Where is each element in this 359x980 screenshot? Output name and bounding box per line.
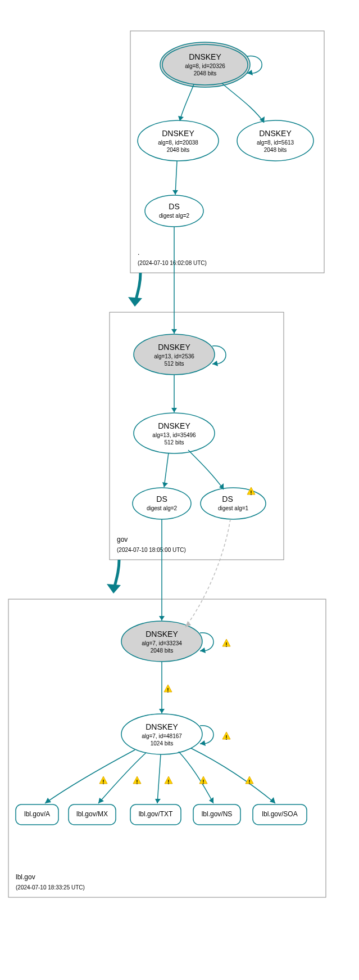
svg-text:512 bits: 512 bits xyxy=(164,361,184,367)
svg-text:alg=7, id=48167: alg=7, id=48167 xyxy=(142,733,182,739)
svg-text:alg=7, id=33234: alg=7, id=33234 xyxy=(142,640,182,646)
svg-text:2048 bits: 2048 bits xyxy=(194,70,217,77)
zone-gov-name: gov xyxy=(117,536,128,543)
svg-text:1024 bits: 1024 bits xyxy=(151,740,174,747)
node-root-zsk1: DNSKEY alg=8, id=20038 2048 bits xyxy=(138,120,219,161)
svg-marker-60 xyxy=(107,584,121,594)
svg-text:DNSKEY: DNSKEY xyxy=(158,343,190,352)
node-root-ksk: DNSKEY alg=8, id=20326 2048 bits xyxy=(160,42,250,87)
svg-marker-63 xyxy=(200,740,206,746)
svg-marker-61 xyxy=(200,648,206,653)
svg-text:lbl.gov/SOA: lbl.gov/SOA xyxy=(262,810,297,818)
warning-icon: ! xyxy=(222,639,230,648)
dnssec-graph: . (2024-07-10 16:02:08 UTC) gov (2024-07… xyxy=(0,0,359,980)
node-gov-ds1: DS digest alg=2 xyxy=(133,488,191,519)
node-lbl-ksk: DNSKEY alg=7, id=33234 2048 bits xyxy=(121,621,202,662)
node-gov-zsk: DNSKEY alg=13, id=35496 512 bits xyxy=(134,413,215,453)
node-root-zsk2: DNSKEY alg=8, id=5613 2048 bits xyxy=(237,120,313,161)
svg-text:digest alg=2: digest alg=2 xyxy=(159,213,190,219)
svg-text:DS: DS xyxy=(156,495,167,504)
node-rr-a: lbl.gov/A xyxy=(16,804,58,825)
warning-icon: ! xyxy=(99,776,107,785)
svg-text:DS: DS xyxy=(169,202,179,211)
svg-marker-53 xyxy=(128,297,142,307)
svg-marker-58 xyxy=(159,616,165,621)
node-gov-ds2: DS digest alg=1 xyxy=(201,488,266,519)
svg-text:alg=13, id=35496: alg=13, id=35496 xyxy=(152,432,196,438)
svg-text:lbl.gov/A: lbl.gov/A xyxy=(24,810,50,818)
svg-text:2048 bits: 2048 bits xyxy=(151,648,174,654)
svg-marker-52 xyxy=(171,329,177,334)
svg-text:alg=8, id=5613: alg=8, id=5613 xyxy=(257,140,294,146)
warning-icon: ! xyxy=(164,685,172,694)
svg-text:DNSKEY: DNSKEY xyxy=(158,421,190,430)
node-rr-txt: lbl.gov/TXT xyxy=(130,804,181,825)
node-gov-ksk: DNSKEY alg=13, id=2536 512 bits xyxy=(134,334,215,375)
warning-icon: ! xyxy=(246,776,253,785)
svg-text:alg=13, id=2536: alg=13, id=2536 xyxy=(154,353,194,359)
zone-root-time: (2024-07-10 16:02:08 UTC) xyxy=(138,260,207,266)
svg-marker-68 xyxy=(270,797,275,803)
warning-icon: ! xyxy=(165,776,172,785)
svg-text:digest alg=1: digest alg=1 xyxy=(218,505,249,511)
node-root-ds: DS digest alg=2 xyxy=(145,195,203,227)
svg-text:!: ! xyxy=(250,490,252,496)
svg-point-24 xyxy=(133,488,191,519)
svg-marker-66 xyxy=(155,799,161,803)
svg-text:!: ! xyxy=(225,735,227,741)
node-lbl-zsk: DNSKEY alg=7, id=48167 1024 bits xyxy=(121,714,202,754)
svg-marker-67 xyxy=(209,797,213,803)
svg-text:DNSKEY: DNSKEY xyxy=(259,129,292,138)
svg-text:!: ! xyxy=(167,779,169,785)
svg-text:2048 bits: 2048 bits xyxy=(167,147,190,153)
svg-text:!: ! xyxy=(102,779,104,785)
svg-marker-64 xyxy=(45,798,51,803)
svg-text:DNSKEY: DNSKEY xyxy=(146,722,178,731)
svg-marker-51 xyxy=(172,190,178,195)
svg-marker-54 xyxy=(212,361,218,366)
svg-text:DNSKEY: DNSKEY xyxy=(146,630,178,639)
svg-marker-56 xyxy=(162,482,168,487)
svg-text:2048 bits: 2048 bits xyxy=(264,147,287,153)
warning-icon: ! xyxy=(222,732,230,741)
svg-text:alg=8, id=20326: alg=8, id=20326 xyxy=(185,63,225,69)
zone-lbl-time: (2024-07-10 18:33:25 UTC) xyxy=(16,884,85,891)
svg-text:512 bits: 512 bits xyxy=(164,439,184,446)
svg-text:!: ! xyxy=(248,779,250,785)
svg-text:!: ! xyxy=(202,779,204,785)
svg-marker-55 xyxy=(171,408,177,412)
node-rr-mx: lbl.gov/MX xyxy=(69,804,116,825)
svg-text:lbl.gov/TXT: lbl.gov/TXT xyxy=(139,810,173,818)
svg-text:!: ! xyxy=(136,779,138,785)
svg-point-27 xyxy=(201,488,266,519)
svg-text:digest alg=2: digest alg=2 xyxy=(147,505,178,511)
zone-lbl-name: lbl.gov xyxy=(16,873,35,881)
zone-gov-time: (2024-07-10 18:05:00 UTC) xyxy=(117,547,186,553)
svg-text:DS: DS xyxy=(222,495,233,504)
node-rr-soa: lbl.gov/SOA xyxy=(253,804,307,825)
svg-text:DNSKEY: DNSKEY xyxy=(162,129,194,138)
warning-icon: ! xyxy=(133,776,141,785)
zone-root-name: . xyxy=(138,249,139,257)
node-rr-ns: lbl.gov/NS xyxy=(193,804,240,825)
svg-point-13 xyxy=(145,195,203,227)
svg-text:!: ! xyxy=(167,687,169,694)
svg-text:lbl.gov/MX: lbl.gov/MX xyxy=(76,810,108,818)
svg-text:lbl.gov/NS: lbl.gov/NS xyxy=(202,810,233,818)
svg-text:!: ! xyxy=(225,642,227,648)
svg-text:DNSKEY: DNSKEY xyxy=(189,52,221,61)
svg-text:alg=8, id=20038: alg=8, id=20038 xyxy=(158,140,198,146)
svg-marker-62 xyxy=(159,709,165,713)
